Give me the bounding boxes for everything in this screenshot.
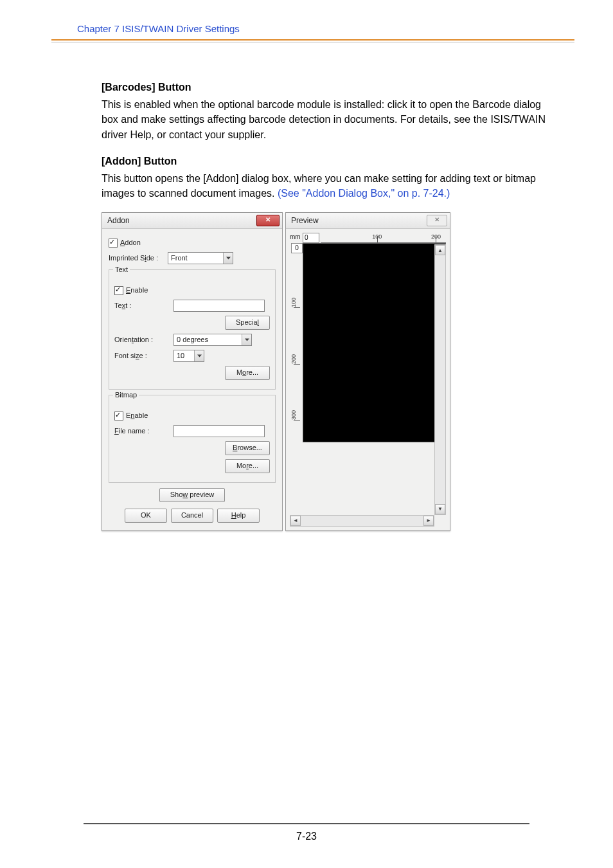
show-preview-button[interactable]: Show preview	[159, 488, 225, 502]
file-name-input[interactable]	[173, 425, 265, 437]
preview-titlebar: Preview ✕	[286, 213, 450, 229]
v-mark-300: 300	[290, 410, 298, 420]
addon-checkbox-row: AAddonddon	[109, 238, 276, 248]
mm-unit-label: mm	[290, 233, 301, 242]
text-groupbox: Text Enable Enable Text : Text : Sp	[109, 269, 276, 390]
orientation-value: 0 degrees	[174, 334, 242, 345]
h-mark-100: 100	[372, 233, 382, 241]
chevron-down-icon[interactable]	[242, 334, 251, 345]
font-size-dropdown[interactable]: 10	[173, 350, 204, 362]
scroll-down-icon[interactable]: ▼	[435, 504, 445, 514]
running-head: Chapter 7 ISIS/TWAIN Driver Settings	[0, 0, 613, 39]
vertical-ruler: 0 100 200 300	[290, 243, 303, 442]
v-mark-100: 100	[290, 298, 298, 307]
addon-title: Addon	[107, 215, 130, 226]
close-icon[interactable]: ✕	[256, 215, 280, 226]
text-input[interactable]	[173, 300, 265, 312]
preview-canvas	[303, 243, 446, 442]
bitmap-groupbox: Bitmap Enable File name : File name : Br…	[109, 395, 276, 483]
font-size-value: 10	[174, 350, 194, 361]
preview-window: Preview ✕ mm 0 100 200	[285, 212, 450, 530]
scroll-left-icon[interactable]: ◄	[290, 516, 301, 526]
chevron-down-icon[interactable]	[223, 253, 233, 264]
text-more-button[interactable]: More...	[225, 366, 270, 380]
text-group-legend: Text	[113, 265, 130, 275]
scroll-right-icon[interactable]: ►	[423, 516, 434, 526]
addon-body-link[interactable]: (See "Addon Dialog Box," on p. 7-24.)	[278, 188, 450, 199]
bitmap-more-button[interactable]: More...	[225, 459, 270, 473]
text-enable-label: Enable	[126, 285, 148, 296]
help-button[interactable]: Help	[217, 509, 260, 523]
addon-window: Addon ✕ AAddonddon Imprinted Side : Impr…	[102, 212, 283, 530]
bitmap-enable-checkbox[interactable]	[114, 411, 123, 420]
preview-title: Preview	[291, 215, 319, 226]
imprinted-side-value: Front	[168, 253, 223, 264]
addon-body-wrap: This button opens the [Addon] dialog box…	[102, 171, 549, 201]
imprinted-side-dropdown[interactable]: Front	[168, 252, 233, 264]
file-name-label: File name :	[114, 426, 173, 437]
bitmap-group-legend: Bitmap	[113, 390, 139, 401]
addon-titlebar: Addon ✕	[102, 213, 282, 229]
page-number: 7-23	[0, 831, 613, 842]
bitmap-enable-label: Enable	[126, 411, 148, 421]
barcodes-heading: [Barcodes] Button	[102, 80, 549, 95]
close-icon[interactable]: ✕	[427, 215, 447, 226]
v-mark-200: 200	[290, 354, 298, 364]
orientation-label: Orientation :	[114, 335, 173, 345]
content-region: [Barcodes] Button This is enabled when t…	[0, 42, 613, 531]
h-mark-200: 200	[431, 233, 441, 241]
horizontal-scrollbar[interactable]: ◄ ►	[290, 515, 434, 527]
h-ruler-start: 0	[303, 233, 319, 243]
imprinted-side-label: Imprinted Side :	[109, 253, 168, 264]
addon-checkbox[interactable]	[109, 239, 118, 248]
addon-checkbox-label: AAddonddon	[120, 238, 141, 248]
scroll-up-icon[interactable]: ▲	[435, 245, 445, 255]
v-ruler-start: 0	[291, 243, 303, 253]
text-enable-checkbox[interactable]	[114, 286, 123, 295]
horizontal-ruler: mm 0 100 200	[303, 233, 446, 243]
barcodes-body: This is enabled when the optional barcod…	[102, 97, 549, 142]
ok-button[interactable]: OK	[125, 509, 167, 523]
dialog-screenshot: Addon ✕ AAddonddon Imprinted Side : Impr…	[102, 212, 549, 530]
text-label: Text :	[114, 301, 173, 311]
cancel-button[interactable]: Cancel	[171, 509, 213, 523]
orientation-dropdown[interactable]: 0 degrees	[173, 334, 252, 346]
font-size-label: Font size :	[114, 351, 173, 361]
addon-heading: [Addon] Button	[102, 154, 549, 168]
vertical-scrollbar[interactable]: ▲ ▼	[434, 244, 446, 514]
special-button[interactable]: Special	[225, 316, 270, 330]
browse-button[interactable]: Browse...	[225, 441, 270, 455]
header-rule-orange	[51, 39, 574, 41]
chevron-down-icon[interactable]	[194, 350, 204, 361]
footer-rule	[84, 823, 529, 824]
